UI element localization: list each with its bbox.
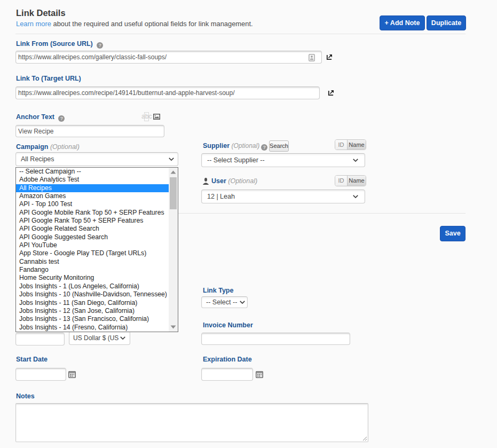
svg-text:c: c bbox=[148, 113, 152, 120]
